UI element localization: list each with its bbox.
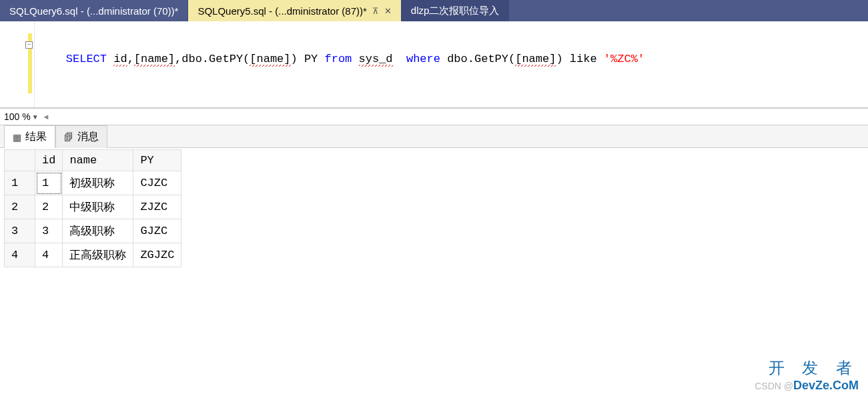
zoom-value: 100 %	[4, 111, 31, 122]
tab-results-label: 结果	[25, 130, 47, 144]
corner-cell	[5, 150, 35, 171]
sql-literal: '%ZC%'	[604, 53, 644, 65]
cell-py[interactable]: ZGJZC	[133, 243, 181, 267]
cell-py[interactable]: CJZC	[133, 171, 181, 195]
row-header[interactable]: 1	[5, 171, 35, 195]
results-pane-tabs: ▦ 结果 🗐 消息	[0, 125, 868, 148]
cell-name[interactable]: 中级职称	[63, 195, 133, 219]
sql-table: sys_d	[352, 53, 406, 67]
watermark: 开 发 者 CSDN @DevZe.CoM	[755, 357, 859, 393]
cell-name[interactable]: 高级职称	[63, 219, 133, 243]
results-grid[interactable]: id name PY 1 1 初级职称 CJZC 2 2 中级职称 ZJZC 3…	[4, 149, 181, 267]
tab-results[interactable]: ▦ 结果	[4, 125, 55, 148]
scroll-left-icon[interactable]: ◄	[43, 113, 50, 121]
document-icon: 🗐	[64, 132, 73, 143]
editor-gutter	[0, 21, 35, 107]
tab-sqlquery5[interactable]: SQLQuery5.sql - (...dministrator (87))* …	[188, 0, 401, 21]
row-header[interactable]: 4	[5, 243, 35, 267]
cell-name[interactable]: 初级职称	[63, 171, 133, 195]
sql-columns: id,[name],dbo.GetPY([name]) PY	[107, 53, 324, 67]
close-icon[interactable]: ✕	[384, 6, 392, 16]
results-grid-wrap: id name PY 1 1 初级职称 CJZC 2 2 中级职称 ZJZC 3…	[0, 148, 868, 269]
tab-label: dlzp二次报职位导入	[411, 5, 500, 17]
sql-editor[interactable]: −SELECT id,[name],dbo.GetPY([name]) PY f…	[0, 21, 868, 108]
watermark-cn: 开 发 者	[755, 357, 859, 379]
tab-label: SQLQuery6.sql - (...dministrator (70))*	[9, 5, 178, 17]
zoom-bar: 100 % ▼ ◄	[0, 108, 868, 125]
cell-id[interactable]: 2	[35, 195, 63, 219]
cell-py[interactable]: ZJZC	[133, 195, 181, 219]
watermark-en: CSDN @DevZe.CoM	[755, 379, 859, 393]
sql-cond: dbo.GetPY([name]) like	[440, 53, 604, 67]
col-py[interactable]: PY	[133, 150, 181, 171]
cell-py[interactable]: GJZC	[133, 219, 181, 243]
table-row[interactable]: 3 3 高级职称 GJZC	[5, 219, 181, 243]
pin-icon[interactable]: ⊼	[372, 6, 379, 16]
tab-messages[interactable]: 🗐 消息	[55, 125, 107, 148]
tab-messages-label: 消息	[77, 130, 99, 144]
table-row[interactable]: 4 4 正高级职称 ZGJZC	[5, 243, 181, 267]
zoom-dropdown[interactable]: 100 % ▼	[4, 111, 39, 122]
chevron-down-icon: ▼	[32, 113, 39, 121]
col-id[interactable]: id	[35, 150, 63, 171]
table-row[interactable]: 1 1 初级职称 CJZC	[5, 171, 181, 195]
cell-name[interactable]: 正高级职称	[63, 243, 133, 267]
kw-where: where	[406, 53, 440, 65]
header-row: id name PY	[5, 150, 181, 171]
fold-toggle-icon[interactable]: −	[25, 41, 33, 49]
kw-from: from	[325, 53, 352, 65]
cell-id[interactable]: 3	[35, 219, 63, 243]
grid-icon: ▦	[13, 132, 21, 143]
tab-sqlquery6[interactable]: SQLQuery6.sql - (...dministrator (70))*	[0, 0, 188, 21]
kw-select: SELECT	[66, 53, 107, 65]
tab-label: SQLQuery5.sql - (...dministrator (87))*	[197, 5, 366, 17]
cell-id[interactable]: 4	[35, 243, 63, 267]
cell-id[interactable]: 1	[35, 171, 63, 195]
row-header[interactable]: 3	[5, 219, 35, 243]
tab-dlzp[interactable]: dlzp二次报职位导入	[402, 0, 510, 21]
sql-code[interactable]: −SELECT id,[name],dbo.GetPY([name]) PY f…	[35, 21, 868, 107]
table-row[interactable]: 2 2 中级职称 ZJZC	[5, 195, 181, 219]
row-header[interactable]: 2	[5, 195, 35, 219]
document-tabbar: SQLQuery6.sql - (...dministrator (70))* …	[0, 0, 868, 21]
col-name[interactable]: name	[63, 150, 133, 171]
